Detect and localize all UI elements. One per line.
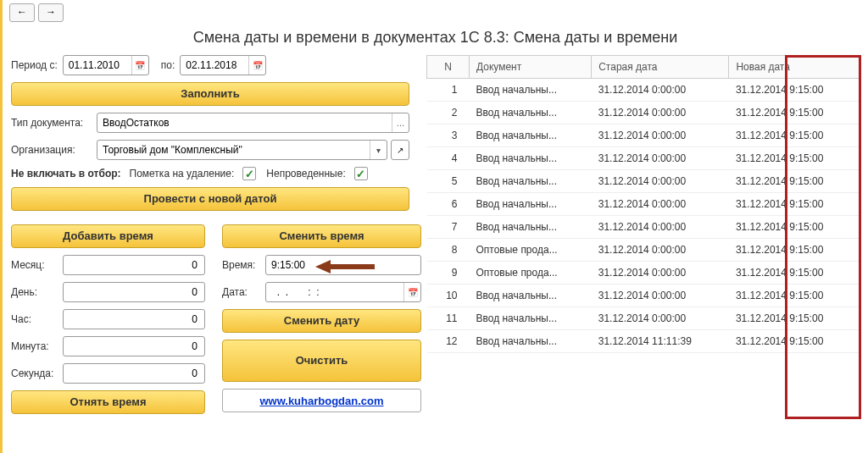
period-to-input[interactable]: 📅 [180, 55, 266, 75]
table-row[interactable]: 10Ввод начальны...31.12.2014 0:00:0031.1… [427, 285, 860, 307]
cell-n: 11 [427, 307, 470, 330]
cell-old: 31.12.2014 0:00:00 [592, 193, 729, 216]
period-from-field[interactable] [64, 58, 131, 73]
org-field[interactable] [97, 142, 370, 157]
post-new-date-button[interactable]: Провести с новой датой [11, 187, 409, 211]
cell-doc: Ввод начальны... [470, 216, 592, 239]
cell-old: 31.12.2014 0:00:00 [592, 216, 729, 239]
cell-n: 7 [427, 216, 470, 239]
cell-n: 8 [427, 239, 470, 262]
cell-doc: Ввод начальны... [470, 330, 592, 353]
period-to-label: по: [161, 59, 175, 71]
day-label: День: [11, 286, 58, 298]
cell-old: 31.12.2014 0:00:00 [592, 79, 729, 102]
open-external-button[interactable]: ↗ [391, 140, 409, 160]
period-to-field[interactable] [181, 58, 248, 73]
cell-old: 31.12.2014 0:00:00 [592, 124, 729, 147]
cell-old: 31.12.2014 0:00:00 [592, 239, 729, 262]
col-doc[interactable]: Документ [470, 56, 592, 79]
month-input[interactable] [63, 255, 205, 275]
cell-new: 31.12.2014 9:15:00 [729, 170, 860, 193]
cell-new: 31.12.2014 9:15:00 [729, 285, 860, 307]
table-row[interactable]: 1Ввод начальны...31.12.2014 0:00:0031.12… [427, 79, 860, 102]
doc-type-label: Тип документа: [11, 117, 92, 129]
table-row[interactable]: 7Ввод начальны...31.12.2014 0:00:0031.12… [427, 216, 860, 239]
cell-new: 31.12.2014 9:15:00 [729, 262, 860, 285]
col-n[interactable]: N [427, 56, 470, 79]
time-input[interactable] [265, 255, 421, 275]
exclude-label: Не включать в отбор: [11, 168, 121, 180]
minute-input[interactable] [63, 336, 205, 356]
col-old[interactable]: Старая дата [592, 56, 729, 79]
cell-old: 31.12.2014 0:00:00 [592, 285, 729, 307]
calendar-icon[interactable]: 📅 [248, 56, 265, 75]
table-row[interactable]: 5Ввод начальны...31.12.2014 0:00:0031.12… [427, 170, 860, 193]
period-from-label: Период с: [11, 59, 58, 71]
table-row[interactable]: 3Ввод начальны...31.12.2014 0:00:0031.12… [427, 124, 860, 147]
cell-new: 31.12.2014 9:15:00 [729, 216, 860, 239]
ellipsis-icon[interactable]: … [392, 113, 409, 132]
add-time-button[interactable]: Добавить время [11, 224, 205, 248]
mark-delete-checkbox[interactable]: ✓ [242, 167, 256, 180]
cell-n: 2 [427, 102, 470, 124]
cell-n: 6 [427, 193, 470, 216]
table-row[interactable]: 11Ввод начальны...31.12.2014 0:00:0031.1… [427, 307, 860, 330]
hour-input[interactable] [63, 309, 205, 329]
table-row[interactable]: 9Оптовые прода...31.12.2014 0:00:0031.12… [427, 262, 860, 285]
documents-table: N Документ Старая дата Новая дата 1Ввод … [426, 55, 860, 353]
fill-button[interactable]: Заполнить [11, 82, 409, 106]
date-field[interactable] [266, 285, 403, 300]
subtract-time-button[interactable]: Отнять время [11, 390, 205, 414]
cell-new: 31.12.2014 9:15:00 [729, 193, 860, 216]
month-label: Месяц: [11, 259, 58, 271]
doc-type-select[interactable]: … [97, 113, 409, 133]
cell-doc: Ввод начальны... [470, 102, 592, 124]
date-input[interactable]: 📅 [265, 282, 421, 302]
cell-old: 31.12.2014 0:00:00 [592, 102, 729, 124]
cell-doc: Оптовые прода... [470, 262, 592, 285]
cell-n: 1 [427, 79, 470, 102]
cell-old: 31.12.2014 0:00:00 [592, 147, 729, 170]
cell-n: 3 [427, 124, 470, 147]
table-row[interactable]: 6Ввод начальны...31.12.2014 0:00:0031.12… [427, 193, 860, 216]
cell-new: 31.12.2014 9:15:00 [729, 330, 860, 353]
doc-type-field[interactable] [97, 115, 392, 130]
cell-doc: Ввод начальны... [470, 285, 592, 307]
table-row[interactable]: 12Ввод начальны...31.12.2014 11:11:3931.… [427, 330, 860, 353]
unposted-checkbox[interactable]: ✓ [354, 167, 368, 180]
cell-old: 31.12.2014 0:00:00 [592, 307, 729, 330]
change-time-button[interactable]: Сменить время [222, 224, 421, 248]
change-date-button[interactable]: Сменить дату [222, 309, 421, 333]
link-box: www.kuharbogdan.com [222, 389, 421, 412]
col-new[interactable]: Новая дата [729, 56, 860, 79]
chevron-down-icon[interactable]: ▾ [370, 141, 387, 159]
cell-n: 4 [427, 147, 470, 170]
page-title: Смена даты и времени в документах 1С 8.3… [3, 25, 868, 55]
cell-old: 31.12.2014 11:11:39 [592, 330, 729, 353]
day-input[interactable] [63, 282, 205, 302]
cell-doc: Ввод начальны... [470, 79, 592, 102]
nav-back-button[interactable]: ← [9, 3, 35, 22]
cell-new: 31.12.2014 9:15:00 [729, 147, 860, 170]
period-from-input[interactable]: 📅 [63, 55, 149, 75]
mark-delete-label: Пометка на удаление: [130, 168, 235, 180]
table-row[interactable]: 2Ввод начальны...31.12.2014 0:00:0031.12… [427, 102, 860, 124]
cell-n: 12 [427, 330, 470, 353]
cell-new: 31.12.2014 9:15:00 [729, 307, 860, 330]
cell-new: 31.12.2014 9:15:00 [729, 239, 860, 262]
second-label: Секунда: [11, 367, 58, 379]
table-row[interactable]: 8Оптовые прода...31.12.2014 0:00:0031.12… [427, 239, 860, 262]
nav-forward-button[interactable]: → [38, 3, 64, 22]
org-select[interactable]: ▾ [97, 140, 387, 160]
table-row[interactable]: 4Ввод начальны...31.12.2014 0:00:0031.12… [427, 147, 860, 170]
second-input[interactable] [63, 363, 205, 384]
cell-new: 31.12.2014 9:15:00 [729, 102, 860, 124]
website-link[interactable]: www.kuharbogdan.com [259, 395, 383, 407]
calendar-icon[interactable]: 📅 [131, 56, 148, 75]
minute-label: Минута: [11, 340, 58, 352]
cell-doc: Ввод начальны... [470, 147, 592, 170]
cell-old: 31.12.2014 0:00:00 [592, 170, 729, 193]
cell-old: 31.12.2014 0:00:00 [592, 262, 729, 285]
time-field[interactable] [266, 257, 420, 273]
clear-button[interactable]: Очистить [222, 340, 421, 382]
